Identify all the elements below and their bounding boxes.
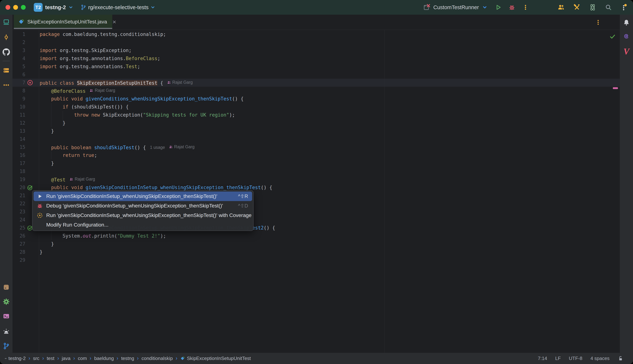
- file-encoding[interactable]: UTF-8: [569, 356, 582, 361]
- code-line[interactable]: 15 public boolean shouldSkipTest() {1 us…: [13, 143, 620, 151]
- alarm-icon[interactable]: [3, 328, 10, 335]
- structure-icon[interactable]: [3, 67, 10, 74]
- gutter-spacer: [26, 248, 34, 256]
- editor-tab[interactable]: SkipExceptionInSetupUnitTest.java ×: [14, 15, 112, 29]
- line-number: 12: [13, 120, 25, 126]
- breadcrumb-item[interactable]: testng: [121, 356, 134, 361]
- code-line[interactable]: 10 if (shouldSkipTest()) {: [13, 103, 620, 111]
- indent-setting[interactable]: 4 spaces: [590, 356, 609, 361]
- breadcrumb-item[interactable]: conditionalskip: [141, 356, 173, 361]
- author-inlay[interactable]: Rajat Garg: [169, 143, 194, 151]
- branch-widget[interactable]: rg/execute-selective-tests: [81, 4, 155, 10]
- chevron-right-icon: [42, 357, 45, 360]
- github-icon[interactable]: [3, 48, 10, 56]
- error-gutter-icon[interactable]: [26, 79, 34, 87]
- coverage-icon: [37, 212, 43, 219]
- gutter-spacer: [26, 143, 34, 151]
- git-branch-icon[interactable]: [3, 342, 10, 350]
- project-widget[interactable]: T2 testng-2: [34, 3, 73, 12]
- lock-open-icon[interactable]: [617, 356, 623, 362]
- breadcrumb-item[interactable]: com: [78, 356, 87, 361]
- atom-icon[interactable]: [589, 3, 597, 11]
- code-line[interactable]: 4import org.testng.annotations.BeforeCla…: [13, 54, 620, 62]
- package-box-icon[interactable]: [3, 284, 10, 291]
- gutter-spacer: [26, 167, 34, 176]
- breadcrumb-item[interactable]: baeldung: [94, 356, 114, 361]
- line-number: 14: [13, 136, 25, 142]
- close-window-button[interactable]: [6, 5, 10, 10]
- code-line[interactable]: 26 System.out.println("Dummy Test 2!");: [13, 232, 620, 240]
- code-line[interactable]: 13 }: [13, 127, 620, 135]
- code-text: package com.baeldung.testng.conditionals…: [40, 30, 166, 38]
- menu-item[interactable]: Run 'givenSkipConditionInSetup_whenUsing…: [34, 192, 252, 201]
- menu-item[interactable]: Modify Run Configuration...: [34, 220, 252, 230]
- code-line[interactable]: 11 throw new SkipException("Skipping tes…: [13, 111, 620, 119]
- more-icon[interactable]: [3, 82, 10, 88]
- code-line[interactable]: 5import org.testng.annotations.Test;: [13, 62, 620, 70]
- settings-menu-with-badge-icon[interactable]: [620, 3, 628, 11]
- gear-icon[interactable]: [3, 298, 10, 306]
- code-line[interactable]: 17 }: [13, 159, 620, 167]
- menu-item-label: Run 'givenSkipConditionInSetup_whenUsing…: [46, 193, 217, 199]
- breadcrumb-item[interactable]: src: [33, 356, 40, 361]
- run-icon[interactable]: [494, 3, 502, 11]
- code-line[interactable]: 16 return true;: [13, 151, 620, 159]
- gutter-spacer: [26, 30, 34, 38]
- code-line[interactable]: 29: [13, 256, 620, 264]
- line-number: 24: [13, 217, 25, 222]
- line-number: 17: [13, 160, 25, 166]
- spiral-icon[interactable]: [623, 32, 630, 40]
- code-line[interactable]: 6: [13, 70, 620, 79]
- chevron-down-icon[interactable]: [481, 3, 489, 11]
- breadcrumb-item[interactable]: test: [47, 356, 55, 361]
- more-actions-icon[interactable]: [521, 3, 529, 11]
- code-line[interactable]: 7public class SkipExceptionInSetupUnitTe…: [13, 79, 620, 87]
- users-icon[interactable]: [557, 3, 565, 11]
- line-number: 25: [13, 225, 25, 230]
- error-stripe-mark[interactable]: [613, 87, 618, 89]
- git-commit-icon[interactable]: [3, 34, 10, 41]
- line-number: 23: [13, 209, 25, 214]
- breadcrumb-item[interactable]: java: [62, 356, 71, 361]
- author-inlay[interactable]: Rajat Garg: [167, 78, 193, 86]
- code-text: }: [40, 240, 54, 248]
- minimize-window-button[interactable]: [13, 5, 18, 10]
- author-inlay[interactable]: Rajat Garg: [70, 175, 95, 183]
- usages-inlay[interactable]: 1 usage: [150, 143, 165, 152]
- bell-icon[interactable]: [623, 19, 630, 26]
- menu-item[interactable]: Run 'givenSkipConditionInSetup_whenUsing…: [34, 210, 252, 220]
- code-line[interactable]: 9 public void givenConditions_whenUsingS…: [13, 95, 620, 103]
- run-icon: [37, 193, 43, 200]
- code-line[interactable]: 2: [13, 38, 620, 46]
- run-config-name[interactable]: CustomTestRunner: [433, 4, 479, 10]
- menu-item[interactable]: Debug 'givenSkipConditionInSetup_whenUsi…: [34, 201, 252, 210]
- line-separator[interactable]: LF: [555, 356, 561, 361]
- code-line[interactable]: 8 @BeforeClassRajat Garg: [13, 87, 620, 95]
- tools-icon[interactable]: [573, 3, 581, 11]
- chevron-right-icon: [73, 357, 76, 360]
- run-test-gutter-icon[interactable]: [26, 184, 34, 192]
- code-line[interactable]: 14: [13, 135, 620, 143]
- code-line[interactable]: 1package com.baeldung.testng.conditional…: [13, 30, 620, 38]
- code-text: import org.testng.SkipException;: [40, 46, 132, 54]
- code-line[interactable]: 28}: [13, 248, 620, 256]
- close-icon[interactable]: ×: [113, 19, 116, 25]
- terminal-icon[interactable]: [3, 312, 10, 320]
- inspections-check-icon[interactable]: [609, 33, 616, 40]
- tab-options-kebab-icon[interactable]: [595, 18, 601, 26]
- code-line[interactable]: 12 }: [13, 119, 620, 127]
- code-line[interactable]: 19 @TestRajat Garg: [13, 176, 620, 184]
- breadcrumb-item[interactable]: testng-2: [9, 356, 26, 361]
- code-line[interactable]: 27 }: [13, 240, 620, 248]
- zoom-window-button[interactable]: [21, 5, 26, 10]
- code-line[interactable]: 3import org.testng.SkipException;: [13, 46, 620, 54]
- v-plugin-icon[interactable]: V: [623, 46, 629, 56]
- gutter-spacer: [26, 232, 34, 240]
- laptop-icon[interactable]: [3, 18, 10, 26]
- search-icon[interactable]: [604, 3, 612, 11]
- code-line[interactable]: 18: [13, 167, 620, 176]
- author-inlay[interactable]: Rajat Garg: [90, 86, 115, 94]
- caret-position[interactable]: 7:14: [538, 356, 547, 361]
- debug-icon[interactable]: [508, 3, 516, 11]
- breadcrumb-class-item[interactable]: SkipExceptionInSetupUnitTest: [187, 356, 251, 361]
